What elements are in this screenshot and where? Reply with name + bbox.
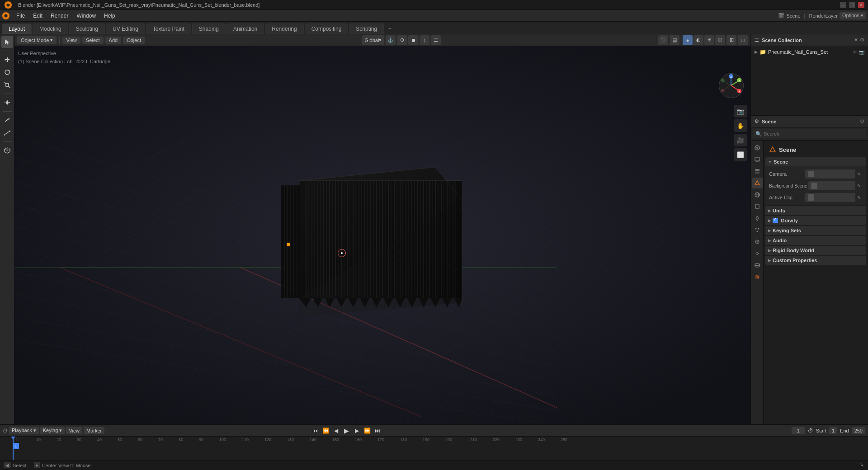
rotate-tool-button[interactable]	[1, 66, 13, 78]
auto-key-button[interactable]: ⏺	[408, 35, 418, 45]
add-workspace-button[interactable]: +	[385, 24, 395, 34]
viewport[interactable]: Object Mode ▾ View Select Add Object Glo…	[14, 34, 750, 424]
prev-frame-button[interactable]: ◀	[331, 426, 340, 435]
tab-rendering[interactable]: Rendering	[265, 24, 303, 34]
scene-section-header[interactable]: ▼ Scene	[765, 157, 866, 166]
properties-search-input[interactable]	[764, 131, 863, 136]
move-tool-button[interactable]	[1, 54, 13, 66]
select-tool-button[interactable]	[1, 36, 13, 48]
prop-icon-material[interactable]	[752, 272, 763, 282]
sync-button[interactable]: ↕	[420, 35, 429, 45]
select-mode-vertex[interactable]: ⚫	[658, 35, 668, 45]
audio-section-header[interactable]: ▶ Audio	[765, 236, 866, 245]
menu-help[interactable]: Help	[100, 11, 119, 20]
tab-scripting[interactable]: Scripting	[349, 24, 384, 34]
proportional-edit-button[interactable]: ⊙	[397, 35, 407, 45]
xray-button[interactable]: □	[738, 35, 748, 45]
end-frame-input[interactable]: 250	[852, 427, 865, 434]
keying-sets-section-header[interactable]: ▶ Keying Sets	[765, 226, 866, 235]
viewport-global-selector[interactable]: Global ▾	[362, 35, 385, 45]
tab-animation[interactable]: Animation	[226, 24, 264, 34]
prop-icon-output[interactable]	[752, 154, 763, 165]
prop-icon-view-layer[interactable]	[752, 166, 763, 177]
play-button[interactable]: ▶	[342, 426, 351, 435]
next-keyframe-button[interactable]: ⏩	[363, 426, 372, 435]
hand-tool-button[interactable]: ✋	[734, 119, 747, 132]
prop-icon-render[interactable]	[752, 142, 763, 153]
keying-menu[interactable]: Keying ▾	[40, 427, 65, 434]
tab-texture-paint[interactable]: Texture Paint	[146, 24, 191, 34]
tab-uv-editing[interactable]: UV Editing	[106, 24, 145, 34]
scale-tool-button[interactable]	[1, 79, 13, 91]
material-shading-button[interactable]: ◐	[693, 35, 703, 45]
active-clip-edit-button[interactable]: ✎	[855, 194, 863, 201]
outliner-filter-icon[interactable]: ▼	[854, 37, 859, 43]
current-frame-display[interactable]: 1	[792, 427, 805, 434]
gravity-section-header[interactable]: ▶ Gravity	[765, 216, 866, 225]
marker-menu[interactable]: Marker	[84, 427, 104, 434]
camera-edit-button[interactable]: ✎	[855, 170, 863, 178]
prev-keyframe-button[interactable]: ⏪	[321, 426, 330, 435]
wireframe-shading-button[interactable]: ⬡	[715, 35, 725, 45]
viewport-canvas[interactable]: User Perspective (1) Scene Collection | …	[14, 46, 750, 424]
tab-shading[interactable]: Shading	[192, 24, 226, 34]
select-menu[interactable]: Select	[82, 37, 104, 44]
custom-props-section-header[interactable]: ▶ Custom Properties	[765, 256, 866, 265]
annotate-tool-button[interactable]	[1, 114, 13, 126]
tab-sculpting[interactable]: Sculpting	[69, 24, 105, 34]
menu-file[interactable]: File	[13, 11, 28, 20]
gizmo-toggle[interactable]: ☰	[431, 35, 441, 45]
prop-icon-world[interactable]	[752, 189, 763, 200]
active-clip-value[interactable]	[805, 193, 855, 202]
minimize-button[interactable]: ─	[840, 2, 846, 8]
object-type-filter[interactable]: ▤	[670, 35, 679, 45]
camera-value[interactable]	[805, 169, 855, 179]
bg-scene-edit-button[interactable]: ✎	[855, 182, 863, 189]
transform-tool-button[interactable]	[1, 97, 13, 108]
background-scene-value[interactable]	[808, 181, 855, 190]
object-menu[interactable]: Object	[123, 37, 145, 44]
camera-view-button[interactable]: 📷	[734, 105, 747, 118]
next-frame-button[interactable]: ▶	[352, 426, 361, 435]
playback-menu[interactable]: Playback ▾	[9, 427, 39, 434]
object-mode-selector[interactable]: Object Mode ▾	[17, 36, 57, 44]
outliner-visibility-icon[interactable]: 👁	[853, 50, 857, 55]
close-button[interactable]: ✕	[858, 2, 864, 8]
add-cube-button[interactable]	[1, 145, 13, 156]
camera-perspective-button[interactable]: 🎥	[734, 134, 747, 146]
tab-layout[interactable]: Layout	[2, 24, 32, 34]
prop-icon-constraints[interactable]	[752, 248, 763, 259]
units-section-header[interactable]: ▶ Units	[765, 206, 866, 215]
jump-to-start-button[interactable]: ⏮	[311, 426, 320, 435]
outliner-scene-collection[interactable]: ▶ 📁 Pneumatic_Nail_Guns_Set 👁 📷	[753, 48, 866, 56]
add-menu[interactable]: Add	[105, 37, 122, 44]
timeline-view-menu[interactable]: View	[66, 427, 82, 434]
maximize-button[interactable]: □	[849, 2, 855, 8]
jump-to-end-button[interactable]: ⏭	[373, 426, 382, 435]
prop-icon-scene[interactable]	[752, 178, 763, 188]
measure-tool-button[interactable]	[1, 127, 13, 139]
prop-icon-physics[interactable]	[752, 236, 763, 247]
ortho-view-button[interactable]: ⬜	[734, 148, 747, 161]
prop-icon-modifier[interactable]	[752, 213, 763, 224]
outliner-options-icon[interactable]: ⚙	[860, 37, 864, 43]
outliner-render-icon[interactable]: 📷	[859, 50, 864, 55]
overlay-button[interactable]: ⊞	[726, 35, 736, 45]
menu-render[interactable]: Render	[47, 11, 72, 20]
rigid-body-world-section-header[interactable]: ▶ Rigid Body World	[765, 246, 866, 255]
properties-options-icon[interactable]: ⚙	[860, 118, 864, 124]
start-frame-input[interactable]: 1	[829, 427, 837, 434]
tab-modeling[interactable]: Modeling	[33, 24, 68, 34]
prop-icon-object[interactable]	[752, 201, 763, 212]
rendered-shading-button[interactable]: ☀	[704, 35, 714, 45]
gravity-checkbox[interactable]	[773, 218, 778, 223]
view-menu[interactable]: View	[62, 37, 80, 44]
prop-icon-data[interactable]	[752, 260, 763, 271]
menu-window[interactable]: Window	[73, 11, 99, 20]
navigation-gizmo[interactable]: Z Y X	[719, 73, 746, 100]
tab-compositing[interactable]: Compositing	[305, 24, 349, 34]
menu-edit[interactable]: Edit	[29, 11, 46, 20]
solid-shading-button[interactable]: ●	[683, 35, 693, 45]
snap-button[interactable]: ⚓	[386, 35, 396, 45]
prop-icon-particles[interactable]	[752, 225, 763, 235]
